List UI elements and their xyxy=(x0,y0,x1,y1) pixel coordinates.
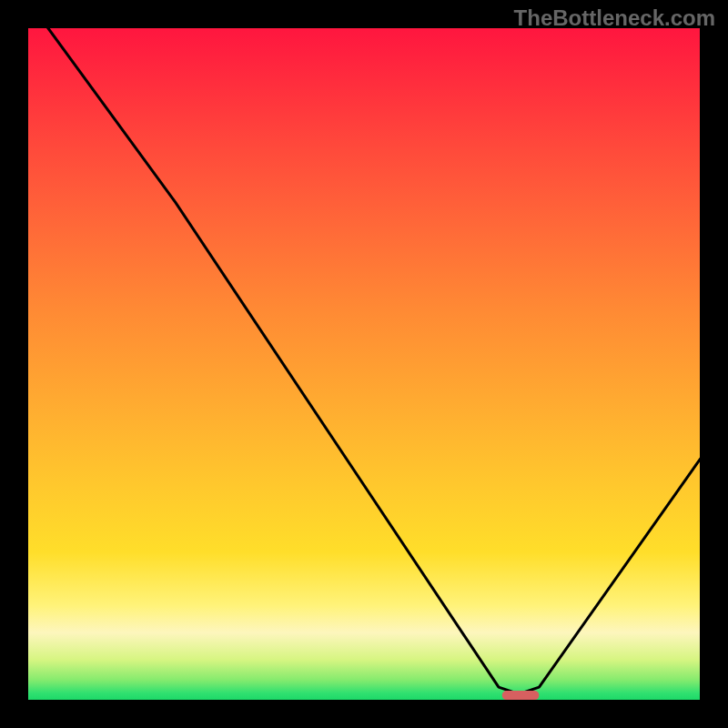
watermark-text: TheBottleneck.com xyxy=(514,5,715,31)
chart-container: TheBottleneck.com xyxy=(0,0,728,728)
plot-background-gradient xyxy=(27,27,701,701)
